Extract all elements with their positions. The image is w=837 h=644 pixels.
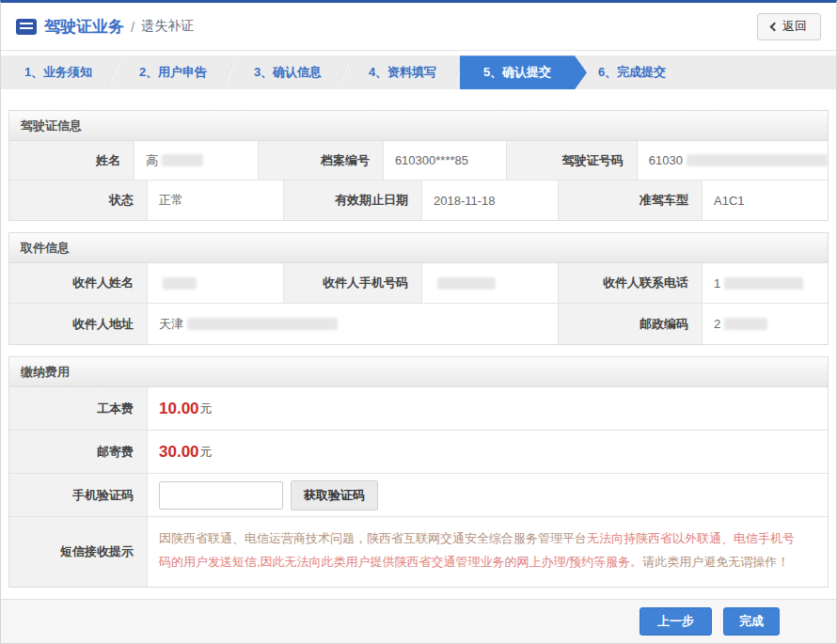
name-value: 高 — [134, 141, 258, 180]
recipient-mobile-label: 收件人手机号码 — [284, 263, 422, 303]
step-4-fill-data[interactable]: 4、资料填写 — [345, 55, 460, 89]
step-3-confirm-info[interactable]: 3、确认信息 — [230, 55, 345, 89]
file-no-value: 610300****85 — [384, 141, 507, 180]
status-label: 状态 — [9, 181, 148, 220]
page-header: 驾驶证业务 / 遗失补证 返回 — [1, 3, 836, 51]
production-fee-value: 10.00 元 — [148, 387, 828, 430]
expiry-value: 2018-11-18 — [422, 181, 559, 220]
table-row: 收件人地址 天津 邮政编码 2 — [9, 304, 828, 344]
list-icon — [16, 19, 37, 35]
finish-button[interactable]: 完成 — [723, 607, 780, 636]
mail-fee-value: 30.00 元 — [148, 431, 828, 473]
table-row: 短信接收提示 因陕西省联通、电信运营商技术问题，陕西省互联网交通安全综合服务管理… — [9, 517, 828, 587]
table-row: 状态 正常 有效期止日期 2018-11-18 准驾车型 A1C1 — [9, 181, 828, 220]
status-value: 正常 — [148, 181, 284, 220]
main-content: 驾驶证信息 姓名 高 档案编号 610300****85 驾驶证号码 61030… — [1, 89, 836, 599]
recipient-address-value: 天津 — [148, 304, 559, 344]
postcode-value: 2 — [703, 304, 828, 344]
page: 驾驶证业务 / 遗失补证 返回 1、业务须知 2、用户申告 3、确认信息 4、资… — [0, 0, 837, 644]
sms-notice-text: 因陕西省联通、电信运营商技术问题，陕西省互联网交通安全综合服务管理平台无法向持陕… — [148, 517, 828, 587]
redacted-text — [724, 318, 767, 330]
table-row: 姓名 高 档案编号 610300****85 驾驶证号码 61030 — [9, 141, 828, 181]
recipient-phone-label: 收件人联系电话 — [559, 263, 703, 303]
vehicle-type-label: 准驾车型 — [559, 181, 703, 220]
section-title-license: 驾驶证信息 — [9, 111, 828, 141]
table-row: 收件人姓名 收件人手机号码 收件人联系电话 1 — [9, 263, 828, 304]
breadcrumb-separator: / — [131, 19, 134, 35]
redacted-text — [687, 154, 828, 166]
breadcrumb-current: 遗失补证 — [141, 18, 194, 35]
get-captcha-button[interactable]: 获取验证码 — [291, 480, 378, 510]
production-fee-label: 工本费 — [9, 387, 148, 430]
step-5-confirm-submit[interactable]: 5、确认提交 — [460, 55, 587, 89]
expiry-label: 有效期止日期 — [284, 181, 422, 220]
vehicle-type-value: A1C1 — [703, 181, 828, 220]
section-license-info: 驾驶证信息 姓名 高 档案编号 610300****85 驾驶证号码 61030… — [8, 110, 829, 221]
step-bar: 1、业务须知 2、用户申告 3、确认信息 4、资料填写 5、确认提交 6、完成提… — [1, 55, 836, 89]
recipient-name-label: 收件人姓名 — [9, 263, 148, 303]
recipient-phone-value: 1 — [703, 263, 828, 303]
previous-step-button[interactable]: 上一步 — [640, 607, 712, 636]
step-6-finish-submit[interactable]: 6、完成提交 — [575, 55, 689, 89]
license-no-label: 驾驶证号码 — [507, 141, 638, 180]
back-button-label: 返回 — [782, 18, 807, 35]
name-label: 姓名 — [9, 141, 134, 180]
redacted-text — [724, 277, 803, 290]
captcha-label: 手机验证码 — [9, 474, 148, 516]
mail-fee-label: 邮寄费 — [9, 431, 148, 473]
fee-unit: 元 — [200, 444, 213, 461]
redacted-text — [437, 277, 496, 290]
step-1-notice[interactable]: 1、业务须知 — [1, 55, 116, 89]
redacted-text — [187, 318, 338, 330]
postcode-label: 邮政编码 — [559, 304, 703, 344]
table-row: 手机验证码 获取验证码 — [9, 474, 828, 517]
license-no-value: 61030 — [638, 141, 828, 180]
back-button[interactable]: 返回 — [757, 13, 821, 40]
sms-notice-label: 短信接收提示 — [9, 517, 148, 587]
recipient-address-label: 收件人地址 — [9, 304, 148, 344]
section-title-fees: 缴纳费用 — [9, 357, 828, 387]
footer-bar: 上一步 完成 — [1, 599, 836, 643]
captcha-input[interactable] — [159, 481, 283, 510]
step-bar-filler — [689, 55, 836, 89]
file-no-label: 档案编号 — [259, 141, 384, 180]
redacted-text — [163, 277, 197, 290]
section-pickup-info: 取件信息 收件人姓名 收件人手机号码 收件人联系电话 1 收件人地址 天津 — [8, 232, 829, 345]
recipient-mobile-value — [422, 263, 559, 303]
section-fees: 缴纳费用 工本费 10.00 元 邮寄费 30.00 元 手机验证码 — [8, 356, 829, 588]
redacted-text — [162, 154, 203, 166]
step-2-declaration[interactable]: 2、用户申告 — [116, 55, 230, 89]
chevron-left-icon — [770, 22, 780, 31]
captcha-cell: 获取验证码 — [148, 474, 828, 516]
table-row: 邮寄费 30.00 元 — [9, 431, 828, 474]
section-title-pickup: 取件信息 — [9, 233, 828, 263]
recipient-name-value — [148, 263, 284, 303]
table-row: 工本费 10.00 元 — [9, 387, 828, 431]
fee-unit: 元 — [200, 401, 213, 417]
page-title: 驾驶证业务 — [44, 16, 124, 38]
